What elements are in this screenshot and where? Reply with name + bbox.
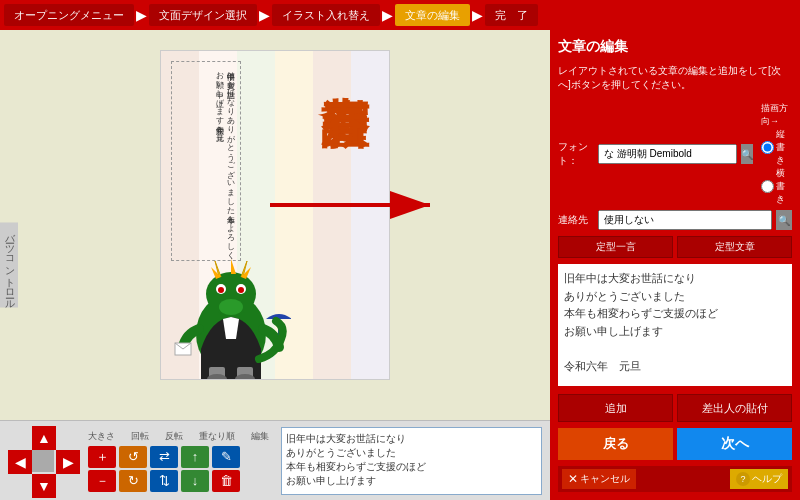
text-edit-area[interactable]: 旧年中は大変お世話になり ありがとうございました 本年も相変わらずご支援のほど … (558, 264, 792, 386)
preset-short-button[interactable]: 定型一言 (558, 236, 673, 258)
help-label: ヘルプ (752, 472, 782, 486)
card-preview[interactable]: 旧年中は大変お世話になりありがとうございました本年もよろしくお願い申し上げます令… (160, 50, 390, 380)
nav-done[interactable]: 完 了 (485, 4, 538, 26)
nav-arrow-4: ▶ (472, 8, 483, 22)
edit-button[interactable]: ✎ (212, 446, 240, 468)
left-panel: バーツコントロール 旧年中は大変お世話になりありがとうございました本年もよろしく… (0, 30, 550, 500)
size-minus-button[interactable]: － (88, 470, 116, 492)
label-nari: 重なり順 (199, 430, 235, 443)
renraku-input[interactable] (598, 210, 772, 230)
preset-buttons-row: 定型一言 定型文章 (558, 236, 792, 258)
nav-label-text-edit: 文章の編集 (405, 8, 460, 23)
flip-v-button[interactable]: ⇅ (150, 470, 178, 492)
right-form: フォント： 🔍 描画方向→ 縦書き 横書き 連絡先 (558, 102, 792, 258)
nav-buttons-row: 戻る 次へ (558, 428, 792, 460)
nav-label-design: 文面デザイン選択 (159, 8, 247, 23)
add-sashibumi-row: 追加 差出人の貼付 (558, 394, 792, 422)
right-panel: 文章の編集 レイアウトされている文章の編集と追加をして[次へ]ボタンを押してくだ… (550, 30, 800, 500)
right-panel-title: 文章の編集 (558, 38, 792, 56)
radio-tate-label: 縦書き (761, 128, 792, 167)
flip-h-button[interactable]: ⇄ (150, 446, 178, 468)
cancel-button[interactable]: ✕ キャンセル (562, 469, 636, 489)
font-row: フォント： 🔍 描画方向→ 縦書き 横書き (558, 102, 792, 206)
right-panel-description: レイアウトされている文章の編集と追加をして[次へ]ボタンを押してください。 (558, 64, 792, 92)
size-plus-button[interactable]: ＋ (88, 446, 116, 468)
svg-point-6 (238, 287, 244, 293)
nav-arrow-2: ▶ (259, 8, 270, 22)
move-up-button[interactable]: ▲ (32, 426, 56, 450)
nav-text-edit[interactable]: 文章の編集 (395, 4, 470, 26)
nav-label-illust: イラスト入れ替え (282, 8, 370, 23)
nav-opening[interactable]: オープニングメニュー (4, 4, 134, 26)
cancel-label: キャンセル (580, 472, 630, 486)
toolbar-preview-text: 旧年中は大変お世話になり ありがとうございました 本年も相変わらずご支援のほど … (286, 433, 426, 501)
main-area: バーツコントロール 旧年中は大変お世話になりありがとうございました本年もよろしく… (0, 30, 800, 500)
help-icon: ? (736, 472, 750, 486)
sidebar-label: バーツコントロール (0, 223, 18, 308)
nav-design[interactable]: 文面デザイン選択 (149, 4, 257, 26)
renraku-label: 連絡先 (558, 213, 594, 227)
renraku-row: 連絡先 🔍 (558, 210, 792, 230)
rotate-right-button[interactable]: ↻ (119, 470, 147, 492)
rotate-left-button[interactable]: ↺ (119, 446, 147, 468)
toolbar-text-preview: 旧年中は大変お世話になり ありがとうございました 本年も相変わらずご支援のほど … (281, 427, 542, 495)
cancel-help-row: ✕ キャンセル ? ヘルプ (558, 466, 792, 492)
label-flip: 反転 (165, 430, 183, 443)
font-input[interactable] (598, 144, 737, 164)
delete-button[interactable]: 🗑 (212, 470, 240, 492)
preset-long-button[interactable]: 定型文章 (677, 236, 792, 258)
radio-tate[interactable] (761, 141, 774, 154)
sashibumi-button[interactable]: 差出人の貼付 (677, 394, 792, 422)
nav-label-opening: オープニングメニュー (14, 8, 124, 23)
add-button[interactable]: 追加 (558, 394, 673, 422)
direction-yoko-text: 横書き (776, 167, 792, 206)
layer-forward-button[interactable]: ↑ (181, 446, 209, 468)
renraku-search-button[interactable]: 🔍 (776, 210, 792, 230)
label-edit: 編集 (251, 430, 269, 443)
nav-arrow-3: ▶ (382, 8, 393, 22)
direction-tate-text: 縦書き (776, 128, 792, 167)
next-button[interactable]: 次へ (677, 428, 792, 460)
nav-illust[interactable]: イラスト入れ替え (272, 4, 380, 26)
move-left-button[interactable]: ◀ (8, 450, 32, 474)
label-size: 大きさ (88, 430, 115, 443)
layer-backward-button[interactable]: ↓ (181, 470, 209, 492)
card-text-area[interactable]: 旧年中は大変お世話になりありがとうございました本年もよろしくお願い申し上げます令… (171, 61, 241, 261)
move-right-button[interactable]: ▶ (56, 450, 80, 474)
radio-yoko-label: 横書き (761, 167, 792, 206)
label-rotate: 回転 (131, 430, 149, 443)
font-label: フォント： (558, 140, 594, 168)
help-button[interactable]: ? ヘルプ (730, 469, 788, 489)
font-search-button[interactable]: 🔍 (741, 144, 753, 164)
nav-arrow-1: ▶ (136, 8, 147, 22)
card-dragon (171, 239, 291, 379)
bottom-toolbar: ▲ ◀ ▶ ▼ 大きさ 回転 反転 重なり順 編集 (0, 420, 550, 500)
nav-label-done: 完 了 (495, 8, 528, 23)
svg-point-2 (219, 299, 243, 315)
svg-point-5 (218, 287, 224, 293)
move-down-button[interactable]: ▼ (32, 474, 56, 498)
radio-yoko[interactable] (761, 180, 774, 193)
top-nav: オープニングメニュー ▶ 文面デザイン選択 ▶ イラスト入れ替え ▶ 文章の編集… (0, 0, 800, 30)
cross-icon: ✕ (568, 472, 578, 486)
back-button[interactable]: 戻る (558, 428, 673, 460)
direction-label: 描画方向→ (761, 102, 792, 128)
